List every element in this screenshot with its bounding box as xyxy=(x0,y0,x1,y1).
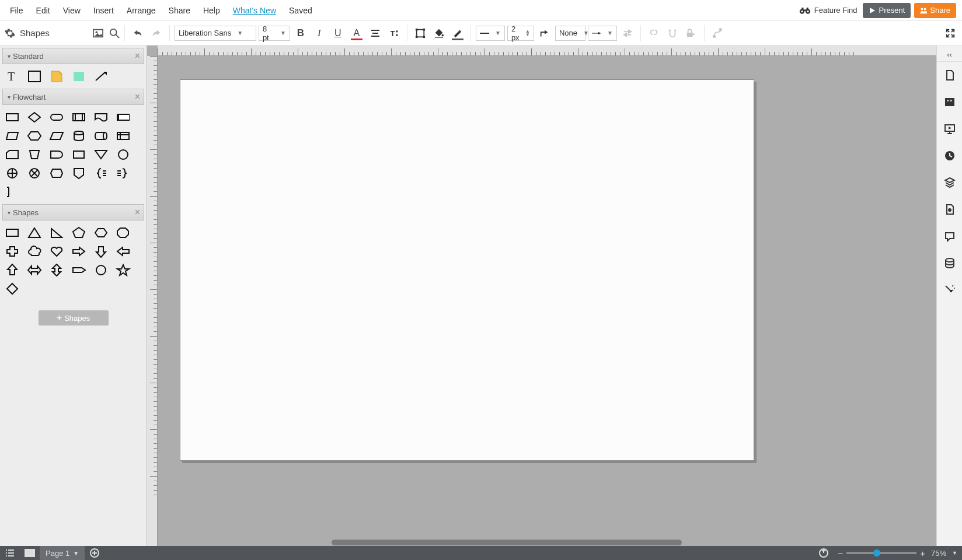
gear-icon[interactable] xyxy=(5,28,15,38)
shape-predef[interactable] xyxy=(70,110,88,125)
insert-image-icon[interactable] xyxy=(93,28,103,38)
menu-arrange[interactable]: Arrange xyxy=(120,0,162,21)
zoom-slider-knob[interactable] xyxy=(873,550,880,556)
dock-themes-button[interactable] xyxy=(937,196,963,223)
outline-view-button[interactable] xyxy=(0,546,20,560)
shape-pentagon2[interactable] xyxy=(70,225,88,240)
menu-view[interactable]: View xyxy=(57,0,87,21)
fullscreen-button[interactable] xyxy=(942,25,958,41)
add-shapes-button[interactable]: + Shapes xyxy=(39,310,109,326)
shape-document[interactable] xyxy=(92,110,110,125)
shape-arrow-sign[interactable] xyxy=(70,262,88,278)
redo-button[interactable] xyxy=(148,25,165,41)
link-button[interactable] xyxy=(646,25,662,41)
shape-data-skew[interactable] xyxy=(48,128,65,144)
zoom-slider-track[interactable] xyxy=(846,552,916,554)
close-icon[interactable]: × xyxy=(135,92,140,102)
thumbnail-view-button[interactable] xyxy=(20,546,40,560)
shape-connector[interactable] xyxy=(114,147,132,162)
magnet-button[interactable] xyxy=(664,25,681,41)
shape-arrow-r[interactable] xyxy=(70,244,88,259)
shape-manual-in[interactable] xyxy=(26,147,43,162)
branch-button[interactable] xyxy=(709,25,726,41)
shape-intstorage[interactable] xyxy=(114,128,132,144)
close-icon[interactable]: × xyxy=(135,207,140,218)
shape-brace-l[interactable] xyxy=(92,166,110,181)
menu-share[interactable]: Share xyxy=(162,0,197,21)
dock-collapse-button[interactable]: ‹‹ xyxy=(937,48,962,62)
add-page-button[interactable] xyxy=(85,546,104,560)
dock-data-button[interactable] xyxy=(937,250,963,276)
shape-arrow-ud[interactable] xyxy=(48,262,65,278)
share-button[interactable]: Share xyxy=(914,3,956,18)
category-shapes-header[interactable]: ▾ Shapes × xyxy=(2,204,144,220)
shape-star5[interactable] xyxy=(114,262,132,278)
shape-arrow-u[interactable] xyxy=(4,262,21,278)
present-button[interactable]: Present xyxy=(863,3,911,18)
shape-collate[interactable] xyxy=(48,166,65,181)
shape-brace-r[interactable] xyxy=(114,166,132,181)
close-icon[interactable]: × xyxy=(135,51,140,61)
shape-merge[interactable] xyxy=(92,147,110,162)
line-width-select[interactable]: 2 px ▲▼ xyxy=(507,26,534,41)
shape-display[interactable] xyxy=(70,147,88,162)
shape-database[interactable] xyxy=(70,128,88,144)
shape-punch[interactable] xyxy=(4,147,21,162)
menu-insert[interactable]: Insert xyxy=(87,0,120,21)
shape-decision[interactable] xyxy=(26,110,43,125)
text-options-button[interactable]: T xyxy=(386,25,402,41)
zoom-to-fit-button[interactable] xyxy=(814,546,834,560)
zoom-out-icon[interactable]: − xyxy=(838,548,844,558)
italic-button[interactable]: I xyxy=(311,25,327,41)
swap-ends-button[interactable] xyxy=(619,25,636,41)
align-button[interactable] xyxy=(367,25,384,41)
shape-circle[interactable] xyxy=(92,262,110,278)
zoom-in-icon[interactable]: + xyxy=(920,548,925,558)
line-type-button[interactable] xyxy=(536,25,553,41)
category-flowchart-header[interactable]: ▾ Flowchart × xyxy=(2,89,144,105)
feature-find-button[interactable]: Feature Find xyxy=(793,6,863,15)
shape-heart[interactable] xyxy=(48,244,65,259)
shape-or[interactable] xyxy=(26,166,43,181)
menu-edit[interactable]: Edit xyxy=(30,0,57,21)
shape-note[interactable] xyxy=(48,69,65,84)
shape-frame-button[interactable] xyxy=(412,25,428,41)
line-start-select[interactable]: None▼ xyxy=(555,26,585,41)
canvas-viewport[interactable] xyxy=(158,56,936,546)
ruler-vertical[interactable] xyxy=(147,56,158,546)
shape-data-io[interactable] xyxy=(4,128,21,144)
zoom-value[interactable]: 75% xyxy=(929,549,949,558)
dock-present-button[interactable] xyxy=(937,116,963,142)
category-standard-header[interactable]: ▾ Standard × xyxy=(2,48,144,64)
shape-diamond2[interactable] xyxy=(4,281,21,296)
ruler-horizontal[interactable] xyxy=(158,46,936,56)
menu-file[interactable]: File xyxy=(4,0,30,21)
caret-down-icon[interactable]: ▼ xyxy=(952,550,957,556)
search-shapes-icon[interactable] xyxy=(109,28,120,38)
zoom-control[interactable]: − + 75% ▼ xyxy=(834,548,962,558)
shape-hotspot[interactable] xyxy=(70,69,88,84)
shape-arrow-lr[interactable] xyxy=(26,262,43,278)
shape-rect2[interactable] xyxy=(4,225,21,240)
undo-button[interactable] xyxy=(130,25,146,41)
shape-preparation[interactable] xyxy=(26,128,43,144)
page-select[interactable]: Page 1 ▼ xyxy=(40,546,85,560)
scrollbar-thumb[interactable] xyxy=(332,540,682,545)
shape-swimh[interactable] xyxy=(114,110,132,125)
shape-sum[interactable] xyxy=(4,166,21,181)
dock-history-button[interactable] xyxy=(937,142,963,169)
shape-right-tri[interactable] xyxy=(48,225,65,240)
shape-triangle[interactable] xyxy=(26,225,43,240)
shape-terminator[interactable] xyxy=(48,110,65,125)
menu-help[interactable]: Help xyxy=(197,0,226,21)
shape-hexagon2[interactable] xyxy=(92,225,110,240)
text-color-button[interactable]: A xyxy=(348,25,365,41)
font-size-select[interactable]: 8 pt▼ xyxy=(259,26,290,41)
shape-delay[interactable] xyxy=(48,147,65,162)
dock-comments-button[interactable] xyxy=(937,223,963,250)
dock-actions-button[interactable] xyxy=(937,276,963,303)
shape-process[interactable] xyxy=(4,110,21,125)
shape-line[interactable] xyxy=(92,69,110,84)
shape-arrow-l[interactable] xyxy=(114,244,132,259)
shape-block[interactable] xyxy=(26,69,43,84)
